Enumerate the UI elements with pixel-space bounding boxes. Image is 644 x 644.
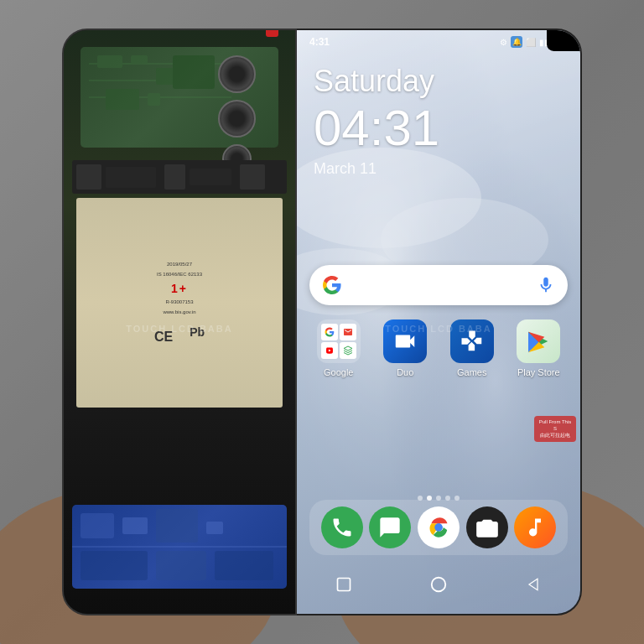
- status-bar: 4:31 ⚙ 🔔 ⬜ ▮▮▮ 🔋: [297, 30, 580, 54]
- google-g-icon: [322, 275, 342, 295]
- pull-text-english: Pull From This S: [538, 419, 573, 433]
- day-label: Saturday: [314, 64, 564, 99]
- phone-screen-side: 4:31 ⚙ 🔔 ⬜ ▮▮▮ 🔋 Saturday 04:31 March 11: [297, 29, 582, 615]
- svg-marker-33: [529, 579, 538, 589]
- svg-rect-6: [97, 55, 122, 68]
- mid-circuit: [72, 160, 287, 194]
- app-label-google: Google: [324, 367, 353, 377]
- pull-indicator: Pull From This S 由此可拉起电: [534, 416, 576, 442]
- app-dock: [309, 500, 568, 555]
- nav-bar: [297, 564, 580, 605]
- svg-rect-31: [338, 579, 351, 591]
- phone-internals: 2019/05/27 IS 16046/IEC 62133 1+ R-93007…: [62, 29, 297, 615]
- phone-icon: [330, 516, 354, 539]
- svg-rect-12: [80, 513, 114, 538]
- music-icon: [523, 516, 547, 539]
- svg-rect-14: [156, 509, 198, 543]
- chrome-icon: [427, 516, 450, 539]
- bottom-circuit: [72, 505, 287, 589]
- settings-icon: ⚙: [500, 38, 507, 47]
- svg-rect-15: [206, 522, 223, 534]
- battery-standard: IS 16046/IEC 62133: [153, 271, 206, 278]
- youtube-mini-icon: [321, 342, 338, 359]
- dock-music[interactable]: [514, 506, 556, 548]
- svg-rect-19: [215, 551, 273, 580]
- svg-rect-21: [106, 167, 156, 188]
- status-time: 4:31: [309, 36, 330, 48]
- dock-messages[interactable]: [369, 506, 411, 548]
- messages-icon: [378, 516, 402, 539]
- recents-icon: [335, 576, 352, 593]
- svg-rect-13: [122, 517, 148, 534]
- dock-phone[interactable]: [321, 506, 363, 548]
- svg-rect-23: [190, 169, 231, 185]
- time-label: 04:31: [314, 103, 564, 153]
- dock-chrome[interactable]: [418, 506, 460, 548]
- pcb-board-bottom: [72, 505, 287, 589]
- svg-rect-20: [76, 164, 101, 190]
- svg-point-32: [432, 578, 446, 592]
- phone-screen: 4:31 ⚙ 🔔 ⬜ ▮▮▮ 🔋 Saturday 04:31 March 11: [297, 30, 580, 614]
- date-label: March 11: [314, 160, 564, 178]
- nav-recents-button[interactable]: [331, 572, 356, 597]
- oneplus-logo: 1+: [171, 282, 188, 295]
- app-label-duo: Duo: [397, 367, 413, 377]
- phone-device: 2019/05/27 IS 16046/IEC 62133 1+ R-93007…: [62, 29, 582, 615]
- battery: 2019/05/27 IS 16046/IEC 62133 1+ R-93007…: [76, 198, 283, 408]
- watermark-right: TOUCH LCD BABA: [297, 324, 580, 334]
- camera-lens-2: [218, 100, 256, 138]
- photos-mini-icon: [340, 342, 356, 359]
- camera-module: [203, 55, 270, 174]
- red-accent: [266, 30, 278, 37]
- svg-rect-18: [156, 551, 206, 580]
- dock-camera[interactable]: [466, 506, 508, 548]
- mid-board: [72, 160, 287, 194]
- svg-rect-9: [106, 89, 139, 110]
- battery-reg: R-93007153: [161, 299, 197, 305]
- watermark-left: TOUCH LCD BABA: [64, 324, 295, 334]
- nfc-icon: ⬜: [526, 38, 536, 47]
- app-label-playstore: Play Store: [517, 367, 560, 377]
- svg-rect-10: [148, 93, 160, 106]
- pull-text-chinese: 由此可拉起电: [538, 433, 573, 439]
- svg-rect-7: [131, 55, 148, 64]
- notification-badge: 🔔: [511, 36, 522, 48]
- home-icon: [429, 575, 448, 594]
- battery-date: 2019/05/27: [163, 261, 196, 267]
- back-icon: [525, 576, 542, 593]
- microphone-icon[interactable]: [537, 276, 555, 294]
- svg-rect-24: [240, 164, 265, 190]
- app-label-games: Games: [457, 367, 486, 377]
- google-search-bar[interactable]: [309, 265, 568, 305]
- svg-rect-22: [164, 164, 185, 190]
- nav-back-button[interactable]: [521, 572, 546, 597]
- camera-lens-1: [218, 55, 256, 93]
- lock-screen-content: Saturday 04:31 March 11: [314, 64, 564, 178]
- nav-home-button[interactable]: [426, 572, 451, 597]
- battery-web: www.bis.gov.in: [158, 309, 200, 315]
- camera-icon: [475, 516, 499, 539]
- svg-rect-17: [80, 551, 148, 580]
